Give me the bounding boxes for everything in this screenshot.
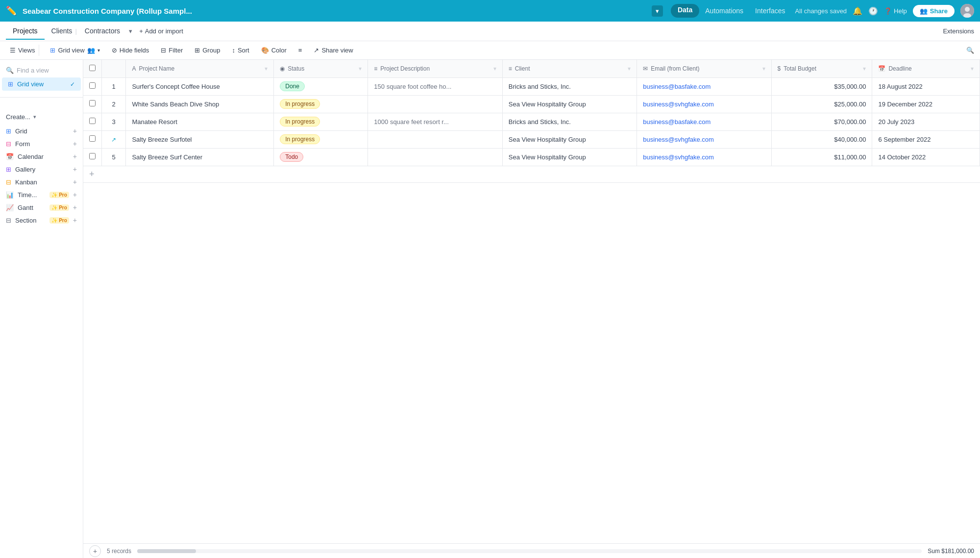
views-toggle[interactable]: ☰ Views bbox=[6, 45, 39, 56]
scroll-track[interactable] bbox=[137, 549, 922, 553]
create-section[interactable]: Create... ▾ bbox=[0, 109, 83, 125]
tab-data[interactable]: Data bbox=[671, 4, 699, 18]
add-import-button[interactable]: + Add or import bbox=[134, 25, 188, 38]
row-email-0[interactable]: business@basfake.com bbox=[637, 77, 771, 95]
tab-interfaces[interactable]: Interfaces bbox=[749, 4, 791, 18]
search-button[interactable]: 🔍 bbox=[966, 47, 974, 54]
add-row-button[interactable]: + bbox=[83, 166, 980, 183]
row-email-3[interactable]: business@svhgfake.com bbox=[637, 130, 771, 148]
avatar[interactable] bbox=[960, 4, 974, 18]
row-status-2[interactable]: In progress bbox=[274, 113, 368, 130]
row-email-2[interactable]: business@basfake.com bbox=[637, 113, 771, 130]
row-checkbox-cell-4[interactable] bbox=[83, 148, 102, 166]
row-checkbox-cell-1[interactable] bbox=[83, 95, 102, 113]
row-email-4[interactable]: business@svhgfake.com bbox=[637, 148, 771, 166]
col-project-name[interactable]: A Project Name ▾ bbox=[126, 60, 274, 77]
select-all-checkbox[interactable] bbox=[89, 65, 96, 71]
row-budget-3[interactable]: $40,000.00 bbox=[771, 130, 872, 148]
group-button[interactable]: ⊞ Group bbox=[190, 45, 225, 56]
row-status-1[interactable]: In progress bbox=[274, 95, 368, 113]
row-description-3[interactable] bbox=[368, 130, 502, 148]
tabs-more-dropdown[interactable]: ▾ bbox=[127, 25, 134, 38]
notification-icon[interactable]: 🔔 bbox=[853, 6, 862, 16]
row-client-4[interactable]: Sea View Hospitality Group bbox=[502, 148, 637, 166]
sidebar-create-kanban[interactable]: ⊟ Kanban + bbox=[0, 176, 83, 188]
row-client-1[interactable]: Sea View Hospitality Group bbox=[502, 95, 637, 113]
row-deadline-3[interactable]: 6 September 2022 bbox=[872, 130, 980, 148]
row-checkbox-1[interactable] bbox=[89, 100, 96, 106]
grid-view-button[interactable]: ⊞ Grid view 👥 ▾ bbox=[45, 45, 104, 56]
row-project-name-2[interactable]: Manatee Resort bbox=[126, 113, 274, 130]
find-view-search[interactable]: 🔍 Find a view bbox=[0, 64, 83, 77]
row-deadline-4[interactable]: 14 October 2022 bbox=[872, 148, 980, 166]
col-budget[interactable]: $ Total Budget ▾ bbox=[771, 60, 872, 77]
title-dropdown[interactable]: ▾ bbox=[652, 5, 663, 17]
col-status[interactable]: ◉ Status ▾ bbox=[274, 60, 368, 77]
row-checkbox-cell-2[interactable] bbox=[83, 113, 102, 130]
tab-projects[interactable]: Projects bbox=[6, 23, 45, 40]
row-project-name-3[interactable]: Salty Breeze Surfotel bbox=[126, 130, 274, 148]
add-timeline-icon[interactable]: + bbox=[73, 191, 77, 199]
sidebar-create-gallery[interactable]: ⊞ Gallery + bbox=[0, 163, 83, 176]
sidebar-create-form[interactable]: ⊟ Form + bbox=[0, 137, 83, 150]
row-description-4[interactable] bbox=[368, 148, 502, 166]
hide-fields-button[interactable]: ⊘ Hide fields bbox=[107, 45, 154, 56]
sidebar-create-gantt[interactable]: 📈 Gantt ✨ Pro + bbox=[0, 201, 83, 214]
row-checkbox-cell-0[interactable] bbox=[83, 77, 102, 95]
row-project-name-4[interactable]: Salty Breeze Surf Center bbox=[126, 148, 274, 166]
col-email[interactable]: ✉ Email (from Client) ▾ bbox=[637, 60, 771, 77]
sidebar-item-grid-view[interactable]: ⊞ Grid view ✓ bbox=[2, 77, 81, 91]
select-all-header[interactable] bbox=[83, 60, 102, 77]
col-client[interactable]: ≡ Client ▾ bbox=[502, 60, 637, 77]
row-checkbox-3[interactable] bbox=[89, 135, 96, 142]
history-icon[interactable]: 🕐 bbox=[868, 6, 878, 16]
sidebar-create-calendar[interactable]: 📅 Calendar + bbox=[0, 150, 83, 163]
sidebar-create-section[interactable]: ⊟ Section ✨ Pro + bbox=[0, 214, 83, 227]
tab-contractors[interactable]: Contractors bbox=[78, 23, 127, 40]
row-email-1[interactable]: business@svhgfake.com bbox=[637, 95, 771, 113]
help-button[interactable]: ❓ Help bbox=[884, 7, 907, 15]
row-checkbox-4[interactable] bbox=[89, 153, 96, 159]
col-deadline[interactable]: 📅 Deadline ▾ bbox=[872, 60, 980, 77]
add-kanban-icon[interactable]: + bbox=[73, 178, 77, 186]
sidebar-create-grid[interactable]: ⊞ Grid + bbox=[0, 125, 83, 137]
add-calendar-icon[interactable]: + bbox=[73, 152, 77, 160]
add-form-icon[interactable]: + bbox=[73, 140, 77, 148]
color-button[interactable]: 🎨 Color bbox=[256, 45, 292, 56]
add-gallery-icon[interactable]: + bbox=[73, 165, 77, 173]
row-status-0[interactable]: Done bbox=[274, 77, 368, 95]
share-view-button[interactable]: ↗ Share view bbox=[309, 45, 358, 56]
col-project-description[interactable]: ≡ Project Description ▾ bbox=[368, 60, 502, 77]
add-grid-icon[interactable]: + bbox=[73, 127, 77, 135]
tab-automations[interactable]: Automations bbox=[699, 4, 749, 18]
row-budget-4[interactable]: $11,000.00 bbox=[771, 148, 872, 166]
share-button[interactable]: 👥 Share bbox=[913, 5, 955, 17]
sidebar-create-timeline[interactable]: 📊 Time... ✨ Pro + bbox=[0, 188, 83, 201]
row-deadline-1[interactable]: 19 December 2022 bbox=[872, 95, 980, 113]
row-deadline-0[interactable]: 18 August 2022 bbox=[872, 77, 980, 95]
scroll-thumb[interactable] bbox=[137, 549, 196, 553]
add-gantt-icon[interactable]: + bbox=[73, 203, 77, 211]
row-checkbox-2[interactable] bbox=[89, 118, 96, 124]
row-height-button[interactable]: ≡ bbox=[294, 45, 307, 56]
row-description-2[interactable]: 1000 square feet resort r... bbox=[368, 113, 502, 130]
sort-button[interactable]: ↕ Sort bbox=[227, 45, 254, 56]
add-section-icon[interactable]: + bbox=[73, 216, 77, 224]
row-description-0[interactable]: 150 square foot coffee ho... bbox=[368, 77, 502, 95]
row-budget-2[interactable]: $70,000.00 bbox=[771, 113, 872, 130]
row-client-3[interactable]: Sea View Hospitality Group bbox=[502, 130, 637, 148]
row-status-3[interactable]: In progress bbox=[274, 130, 368, 148]
row-budget-1[interactable]: $25,000.00 bbox=[771, 95, 872, 113]
row-project-name-0[interactable]: Surfer's Concept Coffee House bbox=[126, 77, 274, 95]
add-record-button[interactable]: + bbox=[89, 545, 101, 557]
row-deadline-2[interactable]: 20 July 2023 bbox=[872, 113, 980, 130]
row-checkbox-0[interactable] bbox=[89, 82, 96, 89]
row-description-1[interactable] bbox=[368, 95, 502, 113]
row-status-4[interactable]: Todo bbox=[274, 148, 368, 166]
extensions-button[interactable]: Extensions bbox=[943, 27, 974, 35]
filter-button[interactable]: ⊟ Filter bbox=[156, 45, 188, 56]
row-expand-icon[interactable]: ↗ bbox=[111, 136, 116, 143]
row-checkbox-cell-3[interactable] bbox=[83, 130, 102, 148]
row-project-name-1[interactable]: White Sands Beach Dive Shop bbox=[126, 95, 274, 113]
row-budget-0[interactable]: $35,000.00 bbox=[771, 77, 872, 95]
